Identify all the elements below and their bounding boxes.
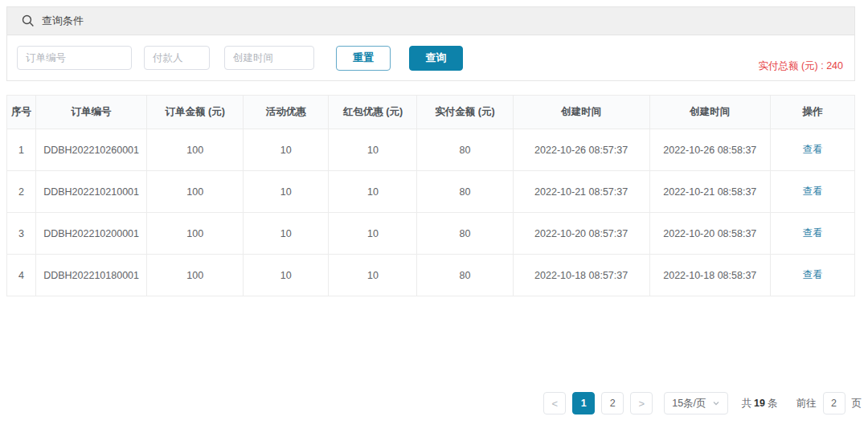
col-index: 序号 <box>7 96 36 129</box>
goto-suffix: 页 <box>852 397 862 410</box>
cell-create-time-1: 2022-10-18 08:57:37 <box>513 255 649 296</box>
cell-paid-amount: 80 <box>417 255 513 296</box>
goto-label: 前往 <box>796 397 817 410</box>
view-link[interactable]: 查看 <box>802 227 822 239</box>
cell-index: 2 <box>7 171 36 213</box>
table-row: 1 DDBH202210260001 100 10 10 80 2022-10-… <box>7 129 855 171</box>
view-link[interactable]: 查看 <box>802 186 822 197</box>
reset-button[interactable]: 重置 <box>336 46 391 71</box>
col-activity-discount: 活动优惠 <box>244 96 329 129</box>
next-page-button[interactable]: > <box>630 392 653 414</box>
page-button-1[interactable]: 1 <box>572 392 595 414</box>
cell-create-time-1: 2022-10-26 08:57:37 <box>513 129 649 171</box>
page-size-select[interactable]: 15条/页 <box>664 392 727 414</box>
cell-actions: 查看 <box>770 255 854 296</box>
payer-input[interactable] <box>144 46 210 70</box>
page-button-2[interactable]: 2 <box>601 392 624 414</box>
cell-order-no: DDBH202210260001 <box>36 129 147 171</box>
cell-activity-discount: 10 <box>244 171 329 213</box>
cell-activity-discount: 10 <box>244 255 329 296</box>
cell-paid-amount: 80 <box>417 129 513 171</box>
cell-create-time-2: 2022-10-26 08:58:37 <box>649 129 770 171</box>
prev-page-button[interactable]: < <box>543 392 566 414</box>
col-create-time-1: 创建时间 <box>513 96 649 129</box>
cell-create-time-2: 2022-10-20 08:58:37 <box>649 213 770 255</box>
table-row: 2 DDBH202210210001 100 10 10 80 2022-10-… <box>7 171 855 213</box>
cell-order-amount: 100 <box>147 255 244 296</box>
search-panel: 查询条件 重置 查询 实付总额 (元) : 240 <box>6 6 855 81</box>
cell-create-time-1: 2022-10-21 08:57:37 <box>513 171 649 213</box>
goto-page: 前往 页 <box>796 392 862 414</box>
cell-create-time-1: 2022-10-20 08:57:37 <box>513 213 649 255</box>
total-paid-amount: 实付总额 (元) : 240 <box>758 59 843 73</box>
order-no-input[interactable] <box>17 46 132 70</box>
cell-redpacket-discount: 10 <box>329 213 417 255</box>
table-row: 3 DDBH202210200001 100 10 10 80 2022-10-… <box>7 213 855 255</box>
chevron-right-icon: > <box>638 398 645 410</box>
goto-page-input[interactable] <box>823 392 845 414</box>
cell-order-amount: 100 <box>147 171 244 213</box>
view-link[interactable]: 查看 <box>802 144 822 155</box>
cell-order-amount: 100 <box>147 213 244 255</box>
search-icon <box>22 14 35 27</box>
col-actions: 操作 <box>770 96 854 129</box>
orders-table-wrap: 序号 订单编号 订单金额 (元) 活动优惠 红包优惠 (元) 实付金额 (元) … <box>6 95 862 296</box>
col-redpacket-discount: 红包优惠 (元) <box>329 96 417 129</box>
chevron-left-icon: < <box>551 398 558 410</box>
cell-order-no: DDBH202210200001 <box>36 213 147 255</box>
col-create-time-2: 创建时间 <box>649 96 770 129</box>
cell-index: 4 <box>7 255 36 296</box>
search-panel-body: 重置 查询 实付总额 (元) : 240 <box>7 35 854 80</box>
cell-order-amount: 100 <box>147 129 244 171</box>
total-count-prefix: 共 <box>742 398 752 409</box>
cell-activity-discount: 10 <box>244 213 329 255</box>
total-count-number: 19 <box>754 398 765 409</box>
view-link[interactable]: 查看 <box>802 269 822 280</box>
cell-redpacket-discount: 10 <box>329 255 417 296</box>
table-row: 4 DDBH202210180001 100 10 10 80 2022-10-… <box>7 255 855 296</box>
col-paid-amount: 实付金额 (元) <box>417 96 513 129</box>
total-count-text: 共19条 <box>742 397 778 410</box>
cell-create-time-2: 2022-10-21 08:58:37 <box>649 171 770 213</box>
cell-actions: 查看 <box>770 213 854 255</box>
cell-index: 1 <box>7 129 36 171</box>
col-order-no: 订单编号 <box>36 96 147 129</box>
order-query-page: 查询条件 重置 查询 实付总额 (元) : 240 序号 订单编号 订单金额 (… <box>0 0 868 441</box>
pagination: < 1 2 > 15条/页 共19条 前往 页 <box>6 392 862 414</box>
cell-actions: 查看 <box>770 129 854 171</box>
cell-activity-discount: 10 <box>244 129 329 171</box>
cell-create-time-2: 2022-10-18 08:58:37 <box>649 255 770 296</box>
cell-paid-amount: 80 <box>417 171 513 213</box>
query-button[interactable]: 查询 <box>409 46 463 71</box>
table-header-row: 序号 订单编号 订单金额 (元) 活动优惠 红包优惠 (元) 实付金额 (元) … <box>7 96 855 129</box>
cell-index: 3 <box>7 213 36 255</box>
chevron-down-icon <box>712 399 720 407</box>
page-size-value: 15条/页 <box>672 397 706 410</box>
cell-actions: 查看 <box>770 171 854 213</box>
create-time-input[interactable] <box>224 46 314 70</box>
orders-table: 序号 订单编号 订单金额 (元) 活动优惠 红包优惠 (元) 实付金额 (元) … <box>6 95 855 296</box>
search-panel-header: 查询条件 <box>7 7 854 35</box>
total-count-suffix: 条 <box>768 398 778 409</box>
cell-redpacket-discount: 10 <box>329 129 417 171</box>
cell-order-no: DDBH202210180001 <box>36 255 147 296</box>
cell-redpacket-discount: 10 <box>329 171 417 213</box>
search-panel-title: 查询条件 <box>42 14 84 28</box>
cell-order-no: DDBH202210210001 <box>36 171 147 213</box>
cell-paid-amount: 80 <box>417 213 513 255</box>
col-order-amount: 订单金额 (元) <box>147 96 244 129</box>
